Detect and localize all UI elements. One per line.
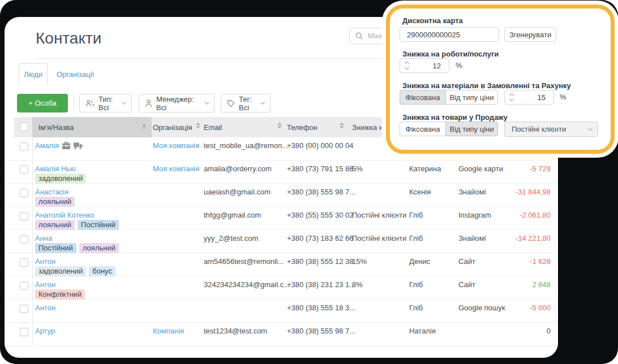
contact-name-link[interactable]: Антон	[35, 280, 55, 289]
email-text: am54656test@remonli...	[204, 257, 284, 266]
balance-text: -5 000	[474, 304, 551, 312]
contact-name-link[interactable]: Анастасія	[35, 188, 68, 196]
discount-card-label: Дисконтна карта	[402, 16, 463, 25]
works-discount-stepper[interactable]: 12	[400, 58, 449, 73]
row-checkbox[interactable]	[20, 212, 28, 220]
materials-discount-stepper[interactable]: 15	[504, 90, 554, 105]
balance-text: -5 729	[474, 164, 551, 173]
discount-card-number-input[interactable]	[400, 27, 499, 42]
row-checkbox[interactable]	[20, 142, 28, 151]
select-all-checkbox[interactable]	[20, 123, 28, 131]
manager-text: Катерина	[409, 164, 441, 173]
materials-discount-value: 15	[538, 93, 546, 102]
email-text: thfgg@gmail.com	[204, 211, 261, 219]
column-header-email[interactable]: Email	[204, 117, 222, 137]
goods-price-type-button[interactable]: Від типу ціни	[445, 122, 498, 136]
discount-panel: Дисконтна карта Згенерувати Знижка на ро…	[386, 5, 615, 154]
column-header-organization-label: Організація	[153, 123, 192, 132]
contact-tag: задоволений	[35, 174, 86, 184]
contact-tag: Постійний	[78, 220, 119, 230]
screenshot-root: Контакти Люди Організації + Особа Тип: В…	[0, 0, 618, 364]
phone-text: +380 (55) 555 30 02	[287, 211, 353, 219]
tab-organizations[interactable]: Організації	[57, 70, 94, 79]
balance-text: 2 848	[474, 280, 551, 289]
works-discount-value: 12	[433, 62, 441, 70]
discount-text: Постійні клієнти	[352, 211, 406, 219]
percent-label: %	[456, 61, 462, 70]
chevron-down-icon	[204, 100, 209, 105]
discount-text: Постійні клієнти	[352, 234, 406, 242]
goods-discount-label: Знижка на товари у Продажу	[402, 113, 508, 122]
filter-type[interactable]: Тип: Всі	[79, 94, 132, 112]
row-checkbox[interactable]	[20, 166, 28, 174]
organization-link[interactable]: Моя компанія	[153, 164, 199, 173]
manager-text: Наталія	[409, 327, 436, 335]
table-row: Антон+380 (38) 555 18 3...ГлібGoogle пош…	[5, 300, 558, 323]
balance-text: -2 061,80	[474, 211, 551, 219]
stepper-down-icon[interactable]	[509, 97, 514, 101]
row-checkbox[interactable]	[20, 189, 28, 197]
materials-price-type-button[interactable]: Від типу ціни	[445, 90, 498, 105]
contact-name-link[interactable]: Амалія Нью	[35, 164, 76, 173]
balance-text: -14 221,80	[474, 234, 551, 242]
row-checkbox[interactable]	[20, 258, 28, 267]
column-header-phone-label: Телефон	[287, 123, 317, 132]
people-icon	[85, 99, 95, 107]
contact-name-link[interactable]: Артур	[35, 327, 55, 335]
stepper-down-icon[interactable]	[405, 65, 409, 70]
contact-name-link[interactable]: Антон	[35, 304, 55, 312]
tag-icon	[227, 99, 235, 107]
column-header-phone[interactable]: Телефон	[287, 117, 317, 137]
phone-text: +380 (73) 791 15 86	[287, 164, 353, 173]
contacts-rows: АмаліяМоя компаніяtest_mobile_ua@remon..…	[5, 137, 558, 346]
goods-fixed-button[interactable]: Фіксована	[400, 122, 446, 136]
email-text: yyy_2@test.com	[204, 234, 258, 242]
filter-type-label: Тип: Всі	[98, 95, 119, 112]
source-text: Сайт	[458, 280, 475, 289]
contact-tag: лояльний	[79, 243, 119, 253]
manager-text: Гліб	[409, 304, 423, 312]
search-icon	[355, 32, 363, 40]
manager-text: Ксенія	[409, 188, 431, 196]
column-header-name[interactable]: Ім'я/Назва	[32, 117, 152, 137]
tab-people[interactable]: Люди	[19, 63, 48, 85]
filter-tag[interactable]: Тег: Всі	[221, 94, 271, 112]
contact-name-link[interactable]: Анна	[35, 234, 52, 242]
phone-text: +380 (38) 555 98 7...	[287, 327, 355, 335]
column-header-organization[interactable]: Організація	[153, 117, 192, 137]
generate-button[interactable]: Згенерувати	[504, 27, 556, 42]
balance-text: 0	[474, 327, 551, 335]
contact-tag: Конфліктний	[35, 289, 85, 300]
organization-link[interactable]: Моя компанія	[153, 141, 199, 150]
goods-discount-mode: Фіксована Від типу ціни	[400, 122, 498, 136]
row-checkbox[interactable]	[20, 305, 28, 313]
manager-text: Гліб	[409, 280, 423, 289]
organization-link[interactable]: Компанія	[153, 327, 184, 335]
add-person-button[interactable]: + Особа	[17, 94, 68, 112]
table-row: АртурКомпаніяtest1234@test.com+380 (38) …	[5, 323, 558, 346]
discount-text: 5%	[352, 164, 363, 173]
contact-name-link[interactable]: Амалія	[35, 141, 83, 150]
tag-list: задоволенийбонус	[35, 266, 118, 276]
row-checkbox[interactable]	[20, 281, 28, 290]
row-checkbox[interactable]	[20, 235, 28, 244]
phone-text: +380 (00) 000 00 04	[287, 141, 353, 150]
person-icon	[145, 99, 152, 107]
row-checkbox[interactable]	[20, 328, 28, 336]
table-row: Антонзадоволенийбонусam54656test@remonli…	[5, 253, 558, 276]
column-header-email-label: Email	[204, 123, 222, 132]
contact-name-link[interactable]: Антон	[35, 257, 55, 266]
phone-text: +380 (38) 231 23 1...	[287, 280, 355, 289]
goods-price-type-select[interactable]: Постійні клієнти	[504, 122, 598, 137]
contact-name-link[interactable]: Анатолій Котенко	[35, 211, 95, 219]
goods-price-type-value: Постійні клієнти	[512, 125, 566, 133]
materials-discount-label: Знижка на матеріали в Замовленні та Раху…	[402, 81, 571, 90]
tag-list: Конфліктний	[35, 289, 88, 300]
filter-manager[interactable]: Менеджер: Всі	[139, 94, 214, 112]
filter-manager-label: Менеджер: Всі	[156, 95, 201, 112]
sort-icon	[277, 123, 282, 128]
materials-fixed-button[interactable]: Фіксована	[400, 90, 446, 105]
tag-list: лояльний	[35, 197, 78, 207]
chevron-down-icon	[261, 100, 265, 105]
table-row: АнтонКонфліктний324234234234@gmail.c...+…	[5, 276, 558, 300]
